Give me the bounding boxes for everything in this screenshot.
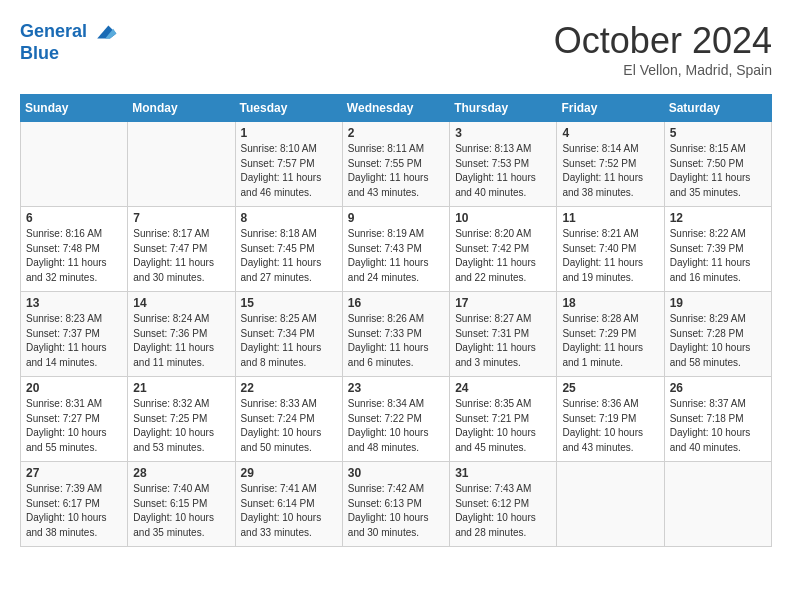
calendar-cell: 4Sunrise: 8:14 AM Sunset: 7:52 PM Daylig… [557,122,664,207]
day-number: 1 [241,126,337,140]
calendar-cell: 17Sunrise: 8:27 AM Sunset: 7:31 PM Dayli… [450,292,557,377]
weekday-row: SundayMondayTuesdayWednesdayThursdayFrid… [21,95,772,122]
day-info: Sunrise: 8:28 AM Sunset: 7:29 PM Dayligh… [562,312,658,370]
day-number: 28 [133,466,229,480]
day-number: 8 [241,211,337,225]
day-number: 26 [670,381,766,395]
calendar-table: SundayMondayTuesdayWednesdayThursdayFrid… [20,94,772,547]
weekday-header-thursday: Thursday [450,95,557,122]
logo-line2: Blue [20,43,59,63]
day-info: Sunrise: 8:15 AM Sunset: 7:50 PM Dayligh… [670,142,766,200]
day-info: Sunrise: 8:36 AM Sunset: 7:19 PM Dayligh… [562,397,658,455]
day-info: Sunrise: 8:13 AM Sunset: 7:53 PM Dayligh… [455,142,551,200]
day-number: 2 [348,126,444,140]
day-number: 16 [348,296,444,310]
calendar-cell: 12Sunrise: 8:22 AM Sunset: 7:39 PM Dayli… [664,207,771,292]
day-info: Sunrise: 7:41 AM Sunset: 6:14 PM Dayligh… [241,482,337,540]
day-number: 25 [562,381,658,395]
day-number: 22 [241,381,337,395]
day-number: 17 [455,296,551,310]
day-number: 27 [26,466,122,480]
day-number: 13 [26,296,122,310]
calendar-cell: 18Sunrise: 8:28 AM Sunset: 7:29 PM Dayli… [557,292,664,377]
day-info: Sunrise: 8:31 AM Sunset: 7:27 PM Dayligh… [26,397,122,455]
day-info: Sunrise: 8:11 AM Sunset: 7:55 PM Dayligh… [348,142,444,200]
day-info: Sunrise: 8:22 AM Sunset: 7:39 PM Dayligh… [670,227,766,285]
calendar-cell [664,462,771,547]
day-info: Sunrise: 8:32 AM Sunset: 7:25 PM Dayligh… [133,397,229,455]
calendar-cell: 2Sunrise: 8:11 AM Sunset: 7:55 PM Daylig… [342,122,449,207]
calendar-cell: 20Sunrise: 8:31 AM Sunset: 7:27 PM Dayli… [21,377,128,462]
day-info: Sunrise: 8:26 AM Sunset: 7:33 PM Dayligh… [348,312,444,370]
day-number: 24 [455,381,551,395]
day-info: Sunrise: 8:35 AM Sunset: 7:21 PM Dayligh… [455,397,551,455]
weekday-header-wednesday: Wednesday [342,95,449,122]
calendar-cell: 26Sunrise: 8:37 AM Sunset: 7:18 PM Dayli… [664,377,771,462]
day-number: 4 [562,126,658,140]
calendar-cell: 24Sunrise: 8:35 AM Sunset: 7:21 PM Dayli… [450,377,557,462]
day-info: Sunrise: 8:21 AM Sunset: 7:40 PM Dayligh… [562,227,658,285]
calendar-week-4: 20Sunrise: 8:31 AM Sunset: 7:27 PM Dayli… [21,377,772,462]
day-number: 10 [455,211,551,225]
day-number: 3 [455,126,551,140]
day-info: Sunrise: 8:16 AM Sunset: 7:48 PM Dayligh… [26,227,122,285]
calendar-week-5: 27Sunrise: 7:39 AM Sunset: 6:17 PM Dayli… [21,462,772,547]
logo-line1: General [20,21,87,41]
day-number: 29 [241,466,337,480]
day-number: 18 [562,296,658,310]
calendar-cell: 5Sunrise: 8:15 AM Sunset: 7:50 PM Daylig… [664,122,771,207]
day-info: Sunrise: 7:39 AM Sunset: 6:17 PM Dayligh… [26,482,122,540]
day-number: 21 [133,381,229,395]
calendar-cell: 15Sunrise: 8:25 AM Sunset: 7:34 PM Dayli… [235,292,342,377]
page-header: General Blue October 2024 El Vellon, Mad… [20,20,772,78]
day-info: Sunrise: 8:14 AM Sunset: 7:52 PM Dayligh… [562,142,658,200]
day-info: Sunrise: 8:37 AM Sunset: 7:18 PM Dayligh… [670,397,766,455]
day-info: Sunrise: 8:34 AM Sunset: 7:22 PM Dayligh… [348,397,444,455]
day-number: 7 [133,211,229,225]
calendar-cell: 25Sunrise: 8:36 AM Sunset: 7:19 PM Dayli… [557,377,664,462]
weekday-header-sunday: Sunday [21,95,128,122]
day-number: 30 [348,466,444,480]
day-number: 6 [26,211,122,225]
calendar-week-3: 13Sunrise: 8:23 AM Sunset: 7:37 PM Dayli… [21,292,772,377]
calendar-cell [128,122,235,207]
logo: General Blue [20,20,118,64]
calendar-week-2: 6Sunrise: 8:16 AM Sunset: 7:48 PM Daylig… [21,207,772,292]
calendar-cell: 29Sunrise: 7:41 AM Sunset: 6:14 PM Dayli… [235,462,342,547]
calendar-cell: 16Sunrise: 8:26 AM Sunset: 7:33 PM Dayli… [342,292,449,377]
weekday-header-saturday: Saturday [664,95,771,122]
calendar-cell: 6Sunrise: 8:16 AM Sunset: 7:48 PM Daylig… [21,207,128,292]
day-number: 31 [455,466,551,480]
day-number: 11 [562,211,658,225]
day-info: Sunrise: 8:27 AM Sunset: 7:31 PM Dayligh… [455,312,551,370]
weekday-header-tuesday: Tuesday [235,95,342,122]
calendar-cell: 31Sunrise: 7:43 AM Sunset: 6:12 PM Dayli… [450,462,557,547]
calendar-cell: 22Sunrise: 8:33 AM Sunset: 7:24 PM Dayli… [235,377,342,462]
calendar-body: 1Sunrise: 8:10 AM Sunset: 7:57 PM Daylig… [21,122,772,547]
day-info: Sunrise: 8:25 AM Sunset: 7:34 PM Dayligh… [241,312,337,370]
day-info: Sunrise: 7:40 AM Sunset: 6:15 PM Dayligh… [133,482,229,540]
calendar-cell: 30Sunrise: 7:42 AM Sunset: 6:13 PM Dayli… [342,462,449,547]
day-number: 9 [348,211,444,225]
calendar-cell: 23Sunrise: 8:34 AM Sunset: 7:22 PM Dayli… [342,377,449,462]
day-number: 20 [26,381,122,395]
weekday-header-friday: Friday [557,95,664,122]
calendar-cell: 27Sunrise: 7:39 AM Sunset: 6:17 PM Dayli… [21,462,128,547]
day-info: Sunrise: 8:33 AM Sunset: 7:24 PM Dayligh… [241,397,337,455]
day-info: Sunrise: 8:20 AM Sunset: 7:42 PM Dayligh… [455,227,551,285]
calendar-cell: 8Sunrise: 8:18 AM Sunset: 7:45 PM Daylig… [235,207,342,292]
day-number: 15 [241,296,337,310]
day-info: Sunrise: 8:18 AM Sunset: 7:45 PM Dayligh… [241,227,337,285]
calendar-cell [21,122,128,207]
calendar-cell: 7Sunrise: 8:17 AM Sunset: 7:47 PM Daylig… [128,207,235,292]
calendar-cell: 10Sunrise: 8:20 AM Sunset: 7:42 PM Dayli… [450,207,557,292]
location-subtitle: El Vellon, Madrid, Spain [554,62,772,78]
calendar-cell: 1Sunrise: 8:10 AM Sunset: 7:57 PM Daylig… [235,122,342,207]
day-number: 23 [348,381,444,395]
day-info: Sunrise: 8:29 AM Sunset: 7:28 PM Dayligh… [670,312,766,370]
day-info: Sunrise: 8:17 AM Sunset: 7:47 PM Dayligh… [133,227,229,285]
calendar-cell: 3Sunrise: 8:13 AM Sunset: 7:53 PM Daylig… [450,122,557,207]
day-info: Sunrise: 7:43 AM Sunset: 6:12 PM Dayligh… [455,482,551,540]
calendar-cell: 21Sunrise: 8:32 AM Sunset: 7:25 PM Dayli… [128,377,235,462]
day-info: Sunrise: 7:42 AM Sunset: 6:13 PM Dayligh… [348,482,444,540]
